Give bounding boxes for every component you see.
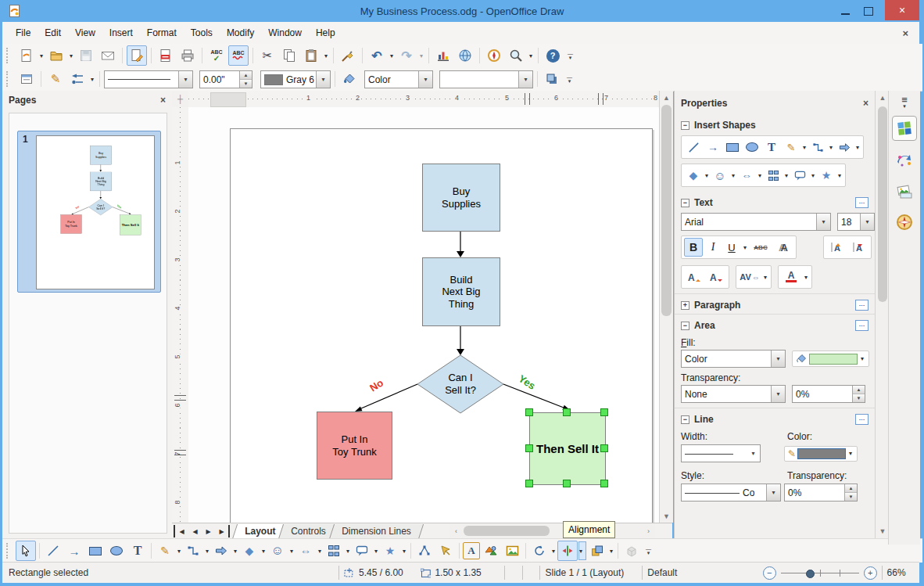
previous-page-button[interactable]: ◀ xyxy=(188,525,202,537)
properties-scrollbar[interactable]: ▲ ▼ xyxy=(875,91,889,538)
decrease-font-button[interactable]: A xyxy=(706,268,726,286)
bold-button[interactable]: B xyxy=(684,238,703,257)
scroll-up-icon[interactable]: ▲ xyxy=(876,91,889,104)
print-button[interactable] xyxy=(177,45,198,66)
toolbar-overflow-icon[interactable]: —▾ xyxy=(646,547,651,555)
sidebar-menu-icon[interactable]: ≡▾ xyxy=(901,97,908,110)
font-size-select[interactable]: 18 ▾ xyxy=(837,213,875,231)
callout-shapes-icon[interactable] xyxy=(790,166,809,185)
arrow-style-dropdown-icon[interactable]: ▾ xyxy=(89,76,95,83)
auto-spellcheck-button[interactable]: ABC xyxy=(228,45,249,66)
arrow-shapes-button[interactable]: ⇔ xyxy=(295,541,316,561)
increase-font-button[interactable]: A xyxy=(684,268,704,286)
symbol-shapes-icon[interactable]: ☺ xyxy=(711,166,729,185)
insert-text-icon[interactable]: T xyxy=(762,138,781,156)
arrow-tool-button[interactable]: → xyxy=(64,541,84,561)
zoom-out-icon[interactable]: − xyxy=(763,566,776,580)
line-dialog-launcher-icon[interactable]: … xyxy=(855,414,868,425)
block-arrow-tool-button[interactable] xyxy=(211,541,231,561)
page-style[interactable]: Default xyxy=(647,567,762,578)
basic-shapes-icon[interactable]: ◆ xyxy=(684,166,703,185)
font-color-button[interactable]: A xyxy=(781,268,801,286)
section-line[interactable]: − Line … xyxy=(675,408,875,428)
open-button[interactable] xyxy=(46,45,66,66)
underline-button[interactable]: U xyxy=(723,238,740,257)
alignment-button[interactable] xyxy=(557,541,578,561)
selection-handle[interactable] xyxy=(563,408,571,416)
font-name-select[interactable]: Arial ▾ xyxy=(681,213,831,231)
collapse-icon[interactable]: − xyxy=(681,415,689,424)
section-area[interactable]: − Area … xyxy=(675,314,875,334)
redo-dropdown-icon[interactable]: ▾ xyxy=(418,52,424,59)
vertical-scrollbar[interactable]: ▲ ▼ xyxy=(659,91,673,523)
toolbar-grip[interactable] xyxy=(6,543,13,559)
toolbar-overflow-icon[interactable]: —▾ xyxy=(567,75,572,83)
save-button[interactable] xyxy=(76,45,96,66)
selection-handle[interactable] xyxy=(600,408,608,416)
menu-view[interactable]: View xyxy=(68,24,102,41)
menu-modify[interactable]: Modify xyxy=(220,24,261,41)
menu-format[interactable]: Format xyxy=(140,24,184,41)
copy-button[interactable] xyxy=(279,45,299,66)
drawing-page[interactable]: Buy Supplies Build Next Big Thing Can I … xyxy=(230,128,653,523)
selection-handle[interactable] xyxy=(563,480,571,487)
insert-curve-icon[interactable]: ✎ xyxy=(782,138,800,156)
flowchart-shapes-icon[interactable] xyxy=(764,166,783,185)
selection-handle[interactable] xyxy=(525,408,533,416)
scroll-right-icon[interactable]: › xyxy=(642,524,655,537)
line-width-spinner[interactable]: 0.00" ▲▼ xyxy=(199,70,252,88)
toolbar-grip[interactable] xyxy=(6,71,13,87)
close-button[interactable]: × xyxy=(885,0,919,20)
first-page-button[interactable]: ◀ xyxy=(174,525,188,537)
menu-edit[interactable]: Edit xyxy=(38,24,68,41)
navigator-button[interactable] xyxy=(484,45,504,66)
section-paragraph[interactable]: + Paragraph … xyxy=(675,293,875,314)
new-dropdown-icon[interactable]: ▾ xyxy=(38,52,45,59)
glue-points-button[interactable] xyxy=(435,541,456,561)
character-spacing-dropdown-icon[interactable]: ▾ xyxy=(762,274,768,281)
text-tool-button[interactable]: T xyxy=(127,541,148,561)
insert-block-arrow-icon[interactable] xyxy=(835,138,854,156)
section-text[interactable]: − Text … xyxy=(675,192,875,211)
flowchart-shapes-button[interactable] xyxy=(324,541,344,561)
alignment-dropdown-icon[interactable]: ▾ xyxy=(578,541,586,560)
arrange-button[interactable] xyxy=(587,541,607,561)
fill-color-dropdown-icon[interactable]: ▾ xyxy=(859,355,865,362)
arrow-shapes-icon[interactable]: ⇔ xyxy=(737,166,756,185)
undo-dropdown-icon[interactable]: ▾ xyxy=(389,52,395,59)
area-fill-type-select[interactable]: Color ▾ xyxy=(681,350,786,368)
shadow-toggle-button[interactable] xyxy=(542,69,562,89)
collapse-icon[interactable]: − xyxy=(681,199,689,207)
text-dialog-launcher-icon[interactable]: … xyxy=(855,197,868,208)
symbol-shapes-button[interactable]: ☺ xyxy=(267,541,288,561)
fill-color-select[interactable]: ▾ xyxy=(439,70,533,88)
export-pdf-button[interactable] xyxy=(156,45,176,66)
basic-shapes-button[interactable]: ◆ xyxy=(239,541,260,561)
horizontal-scrollbar[interactable]: ‹ › xyxy=(449,524,655,537)
scroll-left-icon[interactable]: ‹ xyxy=(449,524,463,537)
hyperlink-button[interactable] xyxy=(455,45,475,66)
line-style-select[interactable]: ▾ xyxy=(104,70,193,88)
star-shapes-icon[interactable]: ★ xyxy=(817,166,836,185)
transparency-type-select[interactable]: None ▾ xyxy=(681,385,786,403)
font-color-dropdown-icon[interactable]: ▾ xyxy=(803,274,809,281)
page-thumbnail[interactable]: 1 Buy S xyxy=(17,131,161,293)
paste-dropdown-icon[interactable]: ▾ xyxy=(323,52,329,59)
expand-icon[interactable]: + xyxy=(681,301,689,310)
zoom-level[interactable]: 66% xyxy=(887,567,919,578)
flowchart-node-then-sell-it[interactable]: Then Sell It xyxy=(529,412,606,485)
sidebar-tab-properties[interactable] xyxy=(892,116,917,141)
scroll-down-icon[interactable]: ▼ xyxy=(876,524,889,537)
fill-type-select[interactable]: Color ▾ xyxy=(364,70,433,88)
line-color-picker[interactable]: ✎ ▾ xyxy=(784,446,858,462)
callout-shapes-button[interactable] xyxy=(352,541,372,561)
scrollbar-thumb[interactable] xyxy=(878,106,887,302)
insert-image-button[interactable] xyxy=(481,541,501,561)
cut-button[interactable]: ✂ xyxy=(257,45,278,66)
selection-handle[interactable] xyxy=(600,444,608,452)
flowchart-node-put-in-toy-trunk[interactable]: Put In Toy Trunk xyxy=(317,412,392,480)
zoom-button[interactable] xyxy=(506,45,526,66)
strikethrough-button[interactable]: ABC xyxy=(750,238,772,257)
title-bar[interactable]: My Business Process.odg - OpenOffice Dra… xyxy=(0,0,924,22)
connector-tool-button[interactable] xyxy=(183,541,203,561)
